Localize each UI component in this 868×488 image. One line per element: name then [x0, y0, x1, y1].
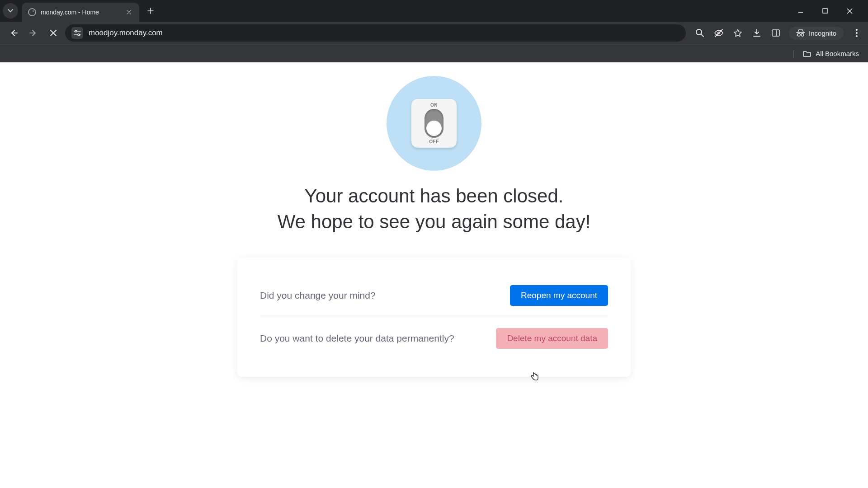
tab-strip: monday.com - Home — [0, 0, 868, 22]
close-window-button[interactable] — [843, 4, 856, 18]
arrow-right-icon — [29, 29, 38, 37]
stop-reload-button[interactable] — [45, 25, 61, 41]
folder-icon — [803, 50, 811, 57]
close-icon — [50, 30, 57, 36]
browser-chrome: monday.com - Home — [0, 0, 868, 62]
plus-icon — [147, 8, 154, 14]
svg-point-1 — [75, 30, 77, 32]
svg-point-2 — [78, 34, 80, 36]
tabs-dropdown-button[interactable] — [3, 3, 18, 19]
switch-illustration: ON OFF — [411, 99, 457, 148]
reopen-row: Did you change your mind? Reopen my acco… — [260, 274, 608, 317]
close-tab-button[interactable] — [125, 8, 133, 16]
bookmarks-bar: | All Bookmarks — [0, 44, 868, 62]
svg-point-7 — [801, 33, 804, 36]
new-tab-button[interactable] — [144, 4, 157, 18]
toolbar-actions: Incognito — [689, 27, 863, 40]
magnifier-icon — [695, 28, 704, 38]
browser-tab[interactable]: monday.com - Home — [22, 3, 139, 22]
switch-track — [425, 109, 443, 138]
chevron-down-icon — [8, 9, 13, 13]
svg-point-3 — [696, 29, 702, 35]
tab-title: monday.com - Home — [41, 9, 120, 16]
kebab-icon — [856, 29, 858, 37]
browser-toolbar: moodjoy.monday.com Incognito — [0, 22, 868, 44]
close-icon — [127, 10, 131, 14]
url-text: moodjoy.monday.com — [89, 28, 163, 38]
maximize-icon — [822, 8, 828, 14]
headline-line-1: Your account has been closed. — [278, 183, 591, 209]
minimize-icon — [797, 8, 804, 14]
incognito-label: Incognito — [809, 29, 836, 37]
reopen-account-button[interactable]: Reopen my account — [510, 285, 608, 306]
svg-point-6 — [797, 33, 800, 36]
bookmark-button[interactable] — [732, 27, 744, 39]
switch-on-label: ON — [430, 103, 438, 108]
window-controls — [794, 4, 865, 18]
svg-rect-0 — [823, 9, 827, 13]
forward-button[interactable] — [25, 25, 42, 41]
delete-row: Do you want to delete your data permanen… — [260, 317, 608, 360]
delete-prompt: Do you want to delete your data permanen… — [260, 333, 454, 344]
page-content: ON OFF Your account has been closed. We … — [0, 62, 868, 377]
zoom-button[interactable] — [694, 27, 706, 39]
cookies-blocked-button[interactable] — [713, 27, 725, 39]
switch-knob — [426, 121, 442, 136]
actions-card: Did you change your mind? Reopen my acco… — [237, 257, 631, 377]
browser-menu-button[interactable] — [851, 27, 863, 39]
separator: | — [793, 49, 795, 58]
arrow-left-icon — [9, 29, 18, 37]
back-button[interactable] — [5, 25, 22, 41]
side-panel-button[interactable] — [770, 27, 782, 39]
svg-rect-5 — [772, 30, 779, 36]
star-icon — [733, 28, 742, 38]
tune-icon — [74, 30, 81, 36]
all-bookmarks-label: All Bookmarks — [816, 50, 859, 57]
maximize-button[interactable] — [818, 4, 832, 18]
delete-account-data-button[interactable]: Delete my account data — [496, 328, 608, 349]
download-icon — [753, 28, 761, 38]
incognito-badge[interactable]: Incognito — [789, 27, 844, 40]
reopen-prompt: Did you change your mind? — [260, 290, 376, 301]
headline: Your account has been closed. We hope to… — [278, 183, 591, 235]
all-bookmarks-button[interactable]: All Bookmarks — [803, 50, 859, 57]
switch-off-label: OFF — [429, 139, 439, 144]
site-settings-button[interactable] — [71, 27, 83, 39]
panel-icon — [772, 29, 780, 37]
downloads-button[interactable] — [751, 27, 763, 39]
headline-line-2: We hope to see you again some day! — [278, 209, 591, 235]
incognito-icon — [796, 29, 805, 37]
tab-favicon-icon — [28, 8, 36, 16]
address-bar[interactable]: moodjoy.monday.com — [65, 24, 686, 42]
minimize-button[interactable] — [794, 4, 807, 18]
close-icon — [847, 8, 853, 14]
illustration-circle: ON OFF — [387, 76, 481, 171]
eye-off-icon — [714, 28, 724, 38]
